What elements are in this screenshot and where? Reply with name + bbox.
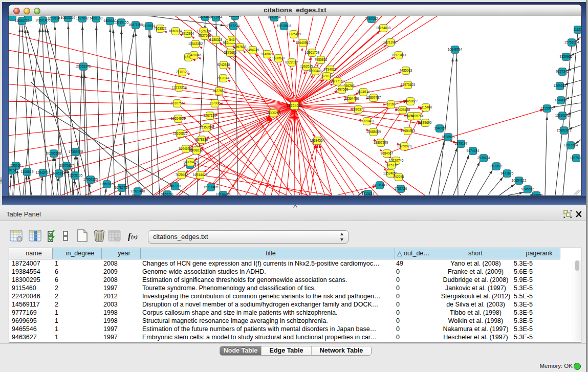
svg-text:3624534: 3624534: [357, 90, 370, 94]
svg-text:10688609: 10688609: [366, 130, 381, 134]
svg-text:8813054: 8813054: [210, 16, 223, 19]
svg-text:8813054: 8813054: [268, 16, 281, 19]
svg-text:1209338: 1209338: [554, 84, 567, 87]
svg-text:20206536: 20206536: [47, 151, 61, 155]
svg-text:252254: 252254: [393, 175, 404, 179]
svg-text:6466160: 6466160: [90, 16, 103, 20]
svg-text:8471676: 8471676: [501, 171, 514, 175]
svg-text:7485063: 7485063: [400, 69, 412, 72]
svg-text:7357224: 7357224: [227, 24, 240, 28]
svg-text:13325419: 13325419: [287, 32, 301, 36]
svg-text:16671355: 16671355: [128, 23, 143, 27]
svg-text:16210643: 16210643: [555, 114, 570, 117]
svg-text:62160: 62160: [386, 102, 396, 106]
svg-text:8427552: 8427552: [213, 89, 226, 93]
svg-text:1244415: 1244415: [555, 98, 568, 102]
svg-text:14055724: 14055724: [15, 19, 30, 23]
svg-text:1621072: 1621072: [320, 74, 333, 78]
svg-text:19384554: 19384554: [310, 139, 325, 142]
svg-text:6879197: 6879197: [455, 142, 468, 145]
svg-text:1156819: 1156819: [21, 170, 34, 173]
svg-text:8322037: 8322037: [286, 60, 298, 64]
svg-text:5495764: 5495764: [411, 114, 424, 118]
svg-text:11353594: 11353594: [200, 125, 214, 129]
svg-text:3267130: 3267130: [204, 114, 216, 117]
svg-text:9457791: 9457791: [161, 192, 174, 195]
svg-text:9245652: 9245652: [530, 193, 543, 195]
svg-text:9827503: 9827503: [199, 34, 211, 37]
svg-text:9146821: 9146821: [261, 52, 274, 56]
svg-text:15751074: 15751074: [564, 40, 579, 44]
svg-text:17016504: 17016504: [563, 143, 578, 147]
svg-text:18463627: 18463627: [403, 99, 418, 103]
svg-text:2087682: 2087682: [365, 17, 378, 20]
svg-text:19218506: 19218506: [277, 24, 292, 28]
svg-text:1733426: 1733426: [395, 187, 407, 190]
svg-text:9684067: 9684067: [381, 151, 394, 155]
svg-text:1413614: 1413614: [362, 192, 375, 195]
svg-text:15692971: 15692971: [557, 128, 572, 132]
svg-text:1961504: 1961504: [229, 16, 242, 17]
svg-text:546: 546: [229, 38, 235, 41]
svg-text:12213369: 12213369: [172, 85, 187, 89]
svg-text:10543382: 10543382: [188, 42, 203, 46]
svg-text:16782759: 16782759: [115, 186, 129, 189]
svg-text:15716485: 15716485: [204, 185, 219, 189]
svg-text:10653267: 10653267: [61, 16, 76, 19]
svg-text:6497568: 6497568: [336, 87, 349, 91]
svg-text:8186328: 8186328: [210, 38, 223, 41]
svg-text:16914479: 16914479: [193, 173, 208, 177]
svg-text:15716485: 15716485: [216, 193, 231, 195]
svg-text:(x): (x): [131, 233, 138, 240]
svg-text:14099489: 14099489: [183, 160, 198, 164]
svg-text:30975867: 30975867: [59, 164, 74, 167]
svg-text:19654925: 19654925: [171, 117, 186, 120]
svg-text:1588520: 1588520: [272, 56, 285, 60]
svg-text:19756928: 19756928: [397, 144, 412, 148]
svg-text:17957225: 17957225: [83, 178, 98, 181]
svg-text:8454749: 8454749: [247, 48, 259, 52]
svg-text:9899695: 9899695: [419, 121, 432, 124]
svg-text:10973493: 10973493: [391, 53, 406, 57]
svg-text:7663822: 7663822: [154, 27, 167, 30]
svg-text:9215955: 9215955: [541, 106, 554, 110]
svg-text:8938913: 8938913: [442, 135, 455, 139]
svg-text:8912954: 8912954: [182, 32, 194, 35]
svg-text:3875685: 3875685: [224, 51, 237, 54]
svg-text:1362615: 1362615: [300, 64, 313, 68]
svg-text:1010755: 1010755: [171, 101, 184, 105]
svg-text:18300295: 18300295: [266, 111, 281, 115]
svg-text:10025438: 10025438: [396, 108, 410, 112]
svg-text:18807249: 18807249: [374, 141, 388, 144]
svg-text:1167533: 1167533: [570, 156, 581, 160]
svg-text:14136141: 14136141: [373, 183, 387, 187]
svg-text:8990448: 8990448: [309, 69, 322, 73]
svg-text:9245652: 9245652: [521, 187, 534, 191]
svg-text:11958107: 11958107: [100, 182, 114, 186]
svg-text:2935114: 2935114: [477, 156, 490, 160]
svg-text:164095: 164095: [434, 126, 445, 130]
svg-text:117006: 117006: [210, 101, 221, 105]
svg-text:8878332: 8878332: [195, 138, 208, 141]
svg-text:1527602: 1527602: [76, 16, 89, 20]
svg-text:9115460: 9115460: [420, 105, 432, 109]
svg-text:16648784: 16648784: [448, 48, 463, 51]
svg-text:9474444: 9474444: [467, 149, 480, 152]
svg-text:7632621: 7632621: [490, 164, 503, 168]
svg-text:2803144: 2803144: [217, 76, 230, 80]
svg-text:12213967: 12213967: [383, 40, 398, 44]
svg-text:19777169: 19777169: [330, 79, 345, 83]
svg-text:2718120: 2718120: [176, 70, 189, 74]
svg-text:7986372: 7986372: [352, 107, 365, 111]
svg-text:8660124: 8660124: [169, 29, 182, 33]
svg-text:7955812: 7955812: [315, 58, 328, 61]
svg-text:10807487: 10807487: [366, 96, 381, 99]
svg-text:9242848: 9242848: [217, 63, 230, 67]
svg-text:11121: 11121: [574, 28, 581, 31]
svg-text:16231947: 16231947: [48, 16, 62, 20]
svg-text:20364436: 20364436: [344, 97, 359, 100]
svg-text:1615132: 1615132: [385, 163, 398, 167]
svg-text:10719155: 10719155: [114, 20, 129, 24]
svg-text:2967608: 2967608: [234, 45, 247, 49]
svg-text:9227342: 9227342: [556, 70, 569, 73]
